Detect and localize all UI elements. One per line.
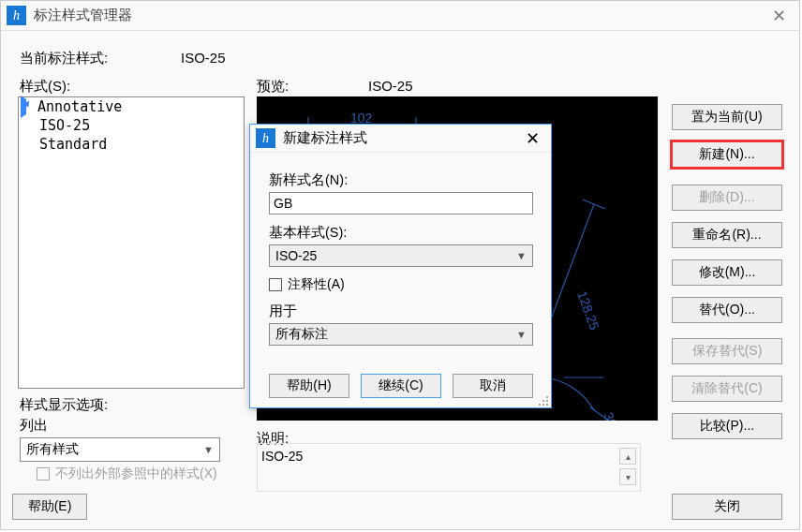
compare-button[interactable]: 比较(P)... [672, 413, 782, 439]
svg-point-12 [542, 400, 544, 402]
close-icon[interactable]: ✕ [513, 125, 551, 153]
resize-grip-icon[interactable] [538, 394, 549, 406]
description-box: ▴ ▾ [257, 443, 641, 492]
list-item[interactable]: Standard [19, 135, 244, 154]
checkbox-label: 不列出外部参照中的样式(X) [55, 466, 217, 482]
preview-value: ISO-25 [368, 78, 413, 94]
list-item-label: Annotative [36, 98, 122, 115]
select-value: ISO-25 [275, 248, 317, 263]
dim-right-text: 128.25 [574, 289, 602, 332]
modal-title: 新建标注样式 [283, 129, 367, 147]
spin-down-icon[interactable]: ▾ [619, 468, 636, 485]
base-style-select[interactable]: ISO-25 ▼ [269, 244, 533, 267]
used-for-label: 用于 [269, 303, 297, 320]
list-item-label: ISO-25 [21, 117, 90, 134]
combo-value: 所有样式 [26, 441, 79, 458]
dim-angle-text: 36° [601, 410, 622, 421]
checkbox-label: 注释性(A) [288, 276, 345, 293]
display-options-label: 样式显示选项: [20, 396, 108, 414]
style-list[interactable]: Annotative ISO-25 Standard [18, 96, 245, 389]
continue-button[interactable]: 继续(C) [361, 374, 441, 398]
modal-body: 新样式名(N): GB 基本样式(S): ISO-25 ▼ 注释性(A) 用于 … [250, 153, 551, 407]
svg-point-9 [542, 404, 544, 406]
preview-label: 预览: [257, 78, 289, 96]
svg-line-4 [583, 200, 605, 209]
close-icon[interactable]: ✕ [758, 1, 799, 31]
override-button[interactable]: 替代(O)... [672, 297, 782, 323]
styles-label: 样式(S): [20, 78, 70, 96]
new-dim-style-dialog: h 新建标注样式 ✕ 新样式名(N): GB 基本样式(S): ISO-25 ▼… [249, 124, 552, 408]
exclude-xref-checkbox[interactable]: 不列出外部参照中的样式(X) [37, 466, 217, 482]
checkbox-icon [37, 467, 50, 480]
list-item[interactable]: Annotative [19, 97, 244, 116]
used-for-select[interactable]: 所有标注 ▼ [269, 323, 533, 346]
modify-button[interactable]: 修改(M)... [672, 259, 782, 286]
delete-button: 删除(D)... [672, 185, 782, 211]
description-spinner[interactable]: ▴ ▾ [619, 448, 636, 489]
list-label: 列出 [20, 417, 48, 435]
set-current-button[interactable]: 置为当前(U) [672, 104, 782, 130]
save-override-button: 保存替代(S) [672, 338, 782, 364]
annotative-icon [21, 99, 36, 114]
list-filter-combo[interactable]: 所有样式 ▼ [20, 437, 220, 462]
svg-point-11 [539, 404, 541, 406]
new-name-label: 新样式名(N): [269, 171, 348, 189]
clear-override-button: 清除替代(C) [672, 376, 782, 402]
rename-button[interactable]: 重命名(R)... [672, 222, 782, 248]
chevron-down-icon: ▼ [516, 250, 527, 261]
svg-point-8 [546, 404, 548, 406]
annotative-checkbox[interactable]: 注释性(A) [269, 276, 345, 293]
list-item-label: Standard [21, 136, 107, 153]
list-item[interactable]: ISO-25 [19, 116, 244, 135]
new-name-input[interactable]: GB [269, 192, 533, 214]
main-titlebar[interactable]: h 标注样式管理器 ✕ [1, 1, 799, 31]
close-button[interactable]: 关闭 [672, 494, 782, 520]
checkbox-icon [269, 278, 282, 291]
app-icon: h [256, 128, 275, 148]
current-style-label: 当前标注样式: [20, 50, 108, 67]
description-value: ISO-25 [261, 449, 303, 464]
new-button[interactable]: 新建(N)... [672, 141, 782, 168]
spin-up-icon[interactable]: ▴ [619, 448, 636, 465]
chevron-down-icon: ▼ [516, 329, 527, 340]
app-icon: h [7, 6, 26, 25]
help-button[interactable]: 帮助(E) [12, 494, 87, 520]
main-title: 标注样式管理器 [34, 7, 132, 24]
current-style-value: ISO-25 [181, 50, 226, 66]
svg-point-13 [546, 396, 548, 398]
modal-titlebar[interactable]: h 新建标注样式 ✕ [250, 125, 551, 153]
select-value: 所有标注 [275, 326, 328, 343]
chevron-down-icon: ▼ [203, 444, 214, 455]
svg-point-10 [546, 400, 548, 402]
cancel-button[interactable]: 取消 [453, 374, 533, 398]
modal-help-button[interactable]: 帮助(H) [269, 374, 349, 398]
base-style-label: 基本样式(S): [269, 224, 347, 242]
input-value: GB [274, 196, 292, 211]
